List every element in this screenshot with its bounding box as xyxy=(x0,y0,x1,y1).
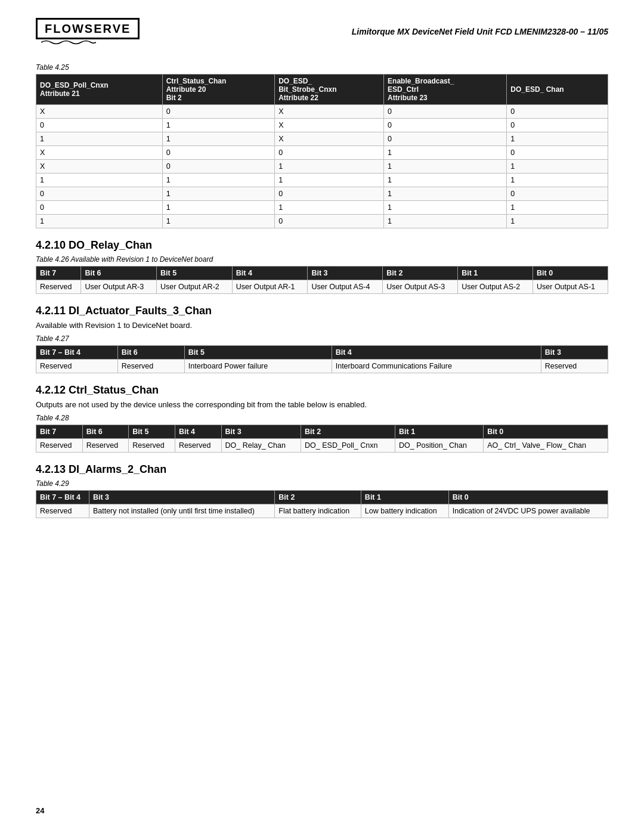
table425-row2-col4: 1 xyxy=(507,132,608,146)
table427-body-row0-col2: Interboard Power failure xyxy=(184,360,332,373)
table425-row6-col2: 0 xyxy=(275,187,384,201)
table425-col2-header: DO_ESD_Bit_Strobe_CnxnAttribute 22 xyxy=(275,75,384,105)
table425-row5-col0: 1 xyxy=(36,174,163,187)
table426-body-row0-col7: User Output AS-1 xyxy=(533,280,608,294)
table425-row4-col0: X xyxy=(36,160,163,174)
table425-row1-col1: 1 xyxy=(162,119,274,132)
table426-headers-col3: Bit 4 xyxy=(232,267,308,280)
table427-body-row0-col4: Reserved xyxy=(541,360,608,373)
header-title: Limitorque MX DeviceNet Field Unit FCD L… xyxy=(352,27,608,36)
logo-area: FLOWSERVE xyxy=(36,18,140,45)
table429-headers-col2: Bit 2 xyxy=(275,491,361,504)
table428-body-row0-col2: Reserved xyxy=(129,439,175,453)
table428-headers-col4: Bit 3 xyxy=(221,425,301,439)
table426-headers-col5: Bit 2 xyxy=(383,267,458,280)
table427: Bit 7 – Bit 4Bit 6Bit 5Bit 4Bit 3 Reserv… xyxy=(36,345,608,373)
table426-body-row0-col0: Reserved xyxy=(36,280,81,294)
table428-body-row0-col6: DO_ Position_ Chan xyxy=(395,439,484,453)
table428-headers-col2: Bit 5 xyxy=(129,425,175,439)
table428-body-row0-col1: Reserved xyxy=(82,439,129,453)
table425-row0-col0: X xyxy=(36,105,163,119)
table425-row6-col3: 1 xyxy=(384,187,507,201)
section4213-title: 4.2.13 DI_Alarms_2_Chan xyxy=(36,463,608,476)
table425-row1-col2: X xyxy=(275,119,384,132)
table425-row8-col3: 1 xyxy=(384,215,507,228)
table425-row3-col3: 1 xyxy=(384,146,507,160)
page: FLOWSERVE Limitorque MX DeviceNet Field … xyxy=(0,0,644,833)
table428-headers-col5: Bit 2 xyxy=(301,425,395,439)
section4210-table-label: Table 4.26 Available with Revision 1 to … xyxy=(36,255,608,264)
table429: Bit 7 – Bit 4Bit 3Bit 2Bit 1Bit 0 Reserv… xyxy=(36,490,608,518)
table425-row3-col1: 0 xyxy=(162,146,274,160)
section4211-block: 4.2.11 DI_Actuator_Faults_3_Chan Availab… xyxy=(36,305,608,373)
table429-headers-col0: Bit 7 – Bit 4 xyxy=(36,491,89,504)
table425-col3-header: Enable_Broadcast_ESD_CtrlAttribute 23 xyxy=(384,75,507,105)
table427-headers-col3: Bit 4 xyxy=(332,346,541,360)
table427-body-row0-col3: Interboard Communications Failure xyxy=(332,360,541,373)
table428-body-row0-col5: DO_ ESD_Poll_ Cnxn xyxy=(301,439,395,453)
table425-row7-col3: 1 xyxy=(384,201,507,215)
page-number: 24 xyxy=(36,806,44,815)
section4213-table-label: Table 4.29 xyxy=(36,479,608,488)
table426-body-row0-col6: User Output AS-2 xyxy=(458,280,533,294)
table425-col1-header: Ctrl_Status_ChanAttribute 20Bit 2 xyxy=(162,75,274,105)
table429-headers-col3: Bit 1 xyxy=(361,491,448,504)
table426-body-row0-col2: User Output AR-2 xyxy=(157,280,233,294)
section4210-block: 4.2.10 DO_Relay_Chan Table 4.26 Availabl… xyxy=(36,239,608,294)
table425-col4-header: DO_ESD_ Chan xyxy=(507,75,608,105)
table425-row7-col1: 1 xyxy=(162,201,274,215)
section4211-title: 4.2.11 DI_Actuator_Faults_3_Chan xyxy=(36,305,608,317)
section4212-title: 4.2.12 Ctrl_Status_Chan xyxy=(36,384,608,397)
table429-headers-col1: Bit 3 xyxy=(89,491,274,504)
table425-row8-col4: 1 xyxy=(507,215,608,228)
table426-headers-col4: Bit 3 xyxy=(308,267,383,280)
table425-row6-col1: 1 xyxy=(162,187,274,201)
table425-row2-col1: 1 xyxy=(162,132,274,146)
section4210-title: 4.2.10 DO_Relay_Chan xyxy=(36,239,608,252)
table425-row0-col1: 0 xyxy=(162,105,274,119)
table425-row0-col2: X xyxy=(275,105,384,119)
table426-headers-col7: Bit 0 xyxy=(533,267,608,280)
table426-headers-col2: Bit 5 xyxy=(157,267,233,280)
table428-body-row0-col0: Reserved xyxy=(36,439,83,453)
table425-row8-col2: 0 xyxy=(275,215,384,228)
table428-headers-col0: Bit 7 xyxy=(36,425,83,439)
table425-row6-col0: 0 xyxy=(36,187,163,201)
page-header: FLOWSERVE Limitorque MX DeviceNet Field … xyxy=(36,18,608,45)
table428-body-row0-col7: AO_ Ctrl_ Valve_ Flow_ Chan xyxy=(484,439,608,453)
section4212-desc: Outputs are not used by the device unles… xyxy=(36,400,608,409)
table427-headers-col2: Bit 5 xyxy=(184,346,332,360)
table425: DO_ESD_Poll_CnxnAttribute 21 Ctrl_Status… xyxy=(36,74,608,228)
table428-body-row0-col4: DO_ Relay_ Chan xyxy=(221,439,301,453)
table425-row4-col2: 1 xyxy=(275,160,384,174)
table425-row7-col4: 1 xyxy=(507,201,608,215)
table428-headers-col7: Bit 0 xyxy=(484,425,608,439)
table428: Bit 7Bit 6Bit 5Bit 4Bit 3Bit 2Bit 1Bit 0… xyxy=(36,425,608,453)
table426-body-row0-col4: User Output AS-4 xyxy=(308,280,383,294)
table426: Bit 7Bit 6Bit 5Bit 4Bit 3Bit 2Bit 1Bit 0… xyxy=(36,266,608,294)
table425-row8-col1: 1 xyxy=(162,215,274,228)
section4213-block: 4.2.13 DI_Alarms_2_Chan Table 4.29 Bit 7… xyxy=(36,463,608,518)
logo-text: FLOWSERVE xyxy=(36,18,140,39)
table426-headers-col6: Bit 1 xyxy=(458,267,533,280)
table425-row7-col2: 1 xyxy=(275,201,384,215)
table425-row5-col3: 1 xyxy=(384,174,507,187)
logo-wave xyxy=(36,39,101,45)
table425-row3-col2: 0 xyxy=(275,146,384,160)
table425-row6-col4: 0 xyxy=(507,187,608,201)
table425-block: Table 4.25 DO_ESD_Poll_CnxnAttribute 21 … xyxy=(36,63,608,228)
table425-row3-col4: 0 xyxy=(507,146,608,160)
table425-row2-col3: 0 xyxy=(384,132,507,146)
table429-headers-col4: Bit 0 xyxy=(448,491,608,504)
table429-body-row0-col4: Indication of 24VDC UPS power available xyxy=(448,504,608,518)
table429-body-row0-col2: Flat battery indication xyxy=(275,504,361,518)
table425-label: Table 4.25 xyxy=(36,63,608,72)
table426-body-row0-col5: User Output AS-3 xyxy=(383,280,458,294)
table429-body-row0-col1: Battery not installed (only until first … xyxy=(89,504,274,518)
table425-row4-col4: 1 xyxy=(507,160,608,174)
table428-headers-col3: Bit 4 xyxy=(175,425,221,439)
section4212-table-label: Table 4.28 xyxy=(36,414,608,422)
section4212-block: 4.2.12 Ctrl_Status_Chan Outputs are not … xyxy=(36,384,608,453)
table426-headers-col0: Bit 7 xyxy=(36,267,81,280)
section4211-table-label: Table 4.27 xyxy=(36,335,608,343)
